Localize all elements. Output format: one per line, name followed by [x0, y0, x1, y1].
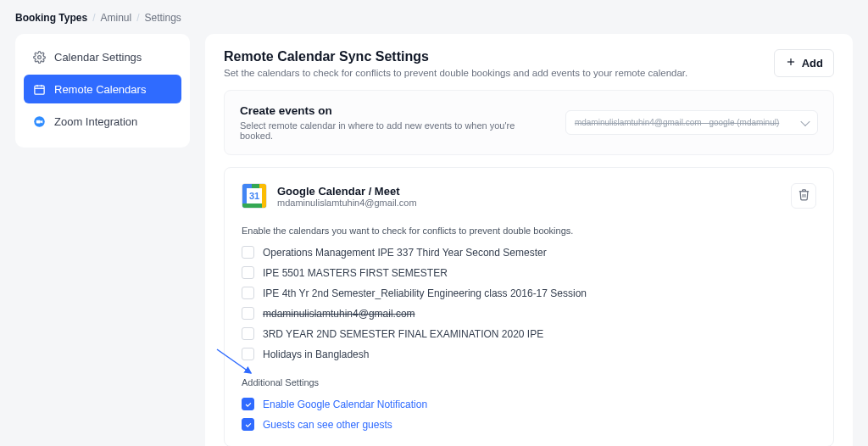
checkbox-icon — [242, 287, 254, 299]
checkbox-checked-icon — [242, 398, 254, 410]
checkbox-checked-icon — [242, 418, 254, 431]
breadcrumb-booking-types[interactable]: Booking Types — [15, 12, 87, 24]
sidebar-item-calendar-settings[interactable]: Calendar Settings — [24, 42, 181, 71]
sidebar-item-zoom-integration[interactable]: Zoom Integration — [24, 107, 181, 136]
calendar-checkbox-row[interactable]: IPE 5501 MASTERS FIRST SEMESTER — [242, 266, 816, 279]
google-calendar-icon — [242, 183, 267, 209]
breadcrumb: Booking Types / Aminul / Settings — [15, 12, 853, 24]
zoom-icon — [32, 114, 46, 128]
gear-icon — [32, 50, 46, 64]
svg-point-0 — [37, 55, 41, 59]
trash-icon — [798, 188, 810, 203]
checkbox-icon — [242, 246, 254, 259]
calendar-checkbox-row[interactable]: 3RD YEAR 2ND SEMESTER FINAL EXAMINATION … — [242, 327, 816, 340]
page-subtitle: Set the calendars to check for conflicts… — [224, 68, 687, 78]
calendar-checkbox-list: Operations Management IPE 337 Third Year… — [242, 246, 816, 360]
page-title: Remote Calendar Sync Settings — [224, 49, 687, 64]
breadcrumb-settings: Settings — [145, 12, 181, 24]
sidebar-item-label: Zoom Integration — [54, 115, 137, 128]
main-panel: Remote Calendar Sync Settings Set the ca… — [205, 34, 853, 446]
calendar-account-panel: Google Calendar / Meet mdaminulislamtuhi… — [224, 167, 834, 446]
checkbox-icon — [242, 266, 254, 279]
calendar-icon — [32, 82, 46, 96]
account-email: mdaminulislamtuhin4@gmail.com — [277, 198, 417, 208]
conflict-helper-text: Enable the calendars you want to check f… — [242, 226, 816, 236]
breadcrumb-aminul[interactable]: Aminul — [100, 12, 131, 24]
additional-settings-heading: Additional Settings — [242, 377, 816, 387]
checkbox-icon — [242, 327, 254, 340]
checkbox-icon — [242, 307, 254, 320]
delete-account-button[interactable] — [791, 183, 816, 209]
create-events-subtitle: Select remote calendar in where to add n… — [240, 120, 548, 141]
svg-rect-1 — [34, 86, 43, 94]
toggle-google-cal-notification[interactable]: Enable Google Calendar Notification — [242, 398, 816, 410]
sidebar-item-label: Calendar Settings — [54, 51, 142, 64]
sidebar-item-remote-calendars[interactable]: Remote Calendars — [24, 75, 181, 103]
calendar-checkbox-row[interactable]: IPE 4th Yr 2nd Semester_Reliability Engi… — [242, 287, 816, 299]
svg-rect-6 — [36, 120, 40, 123]
calendar-checkbox-row[interactable]: Operations Management IPE 337 Third Year… — [242, 246, 816, 259]
create-events-select[interactable]: mdaminulislamtuhin4@gmail.com - google (… — [565, 110, 818, 135]
checkbox-icon — [242, 348, 254, 360]
calendar-checkbox-row[interactable]: Holidays in Bangladesh — [242, 348, 816, 360]
toggle-guests-see-guests[interactable]: Guests can see other guests — [242, 418, 816, 431]
settings-sidebar: Calendar Settings Remote Calendars Zoom … — [15, 34, 190, 148]
sidebar-item-label: Remote Calendars — [54, 83, 146, 96]
create-events-panel: Create events on Select remote calendar … — [224, 90, 834, 155]
plus-icon — [785, 56, 797, 70]
account-title: Google Calendar / Meet — [277, 185, 417, 198]
calendar-checkbox-row[interactable]: mdaminulislamtuhin4@gmail.com — [242, 307, 816, 320]
add-button[interactable]: Add — [774, 49, 834, 77]
create-events-title: Create events on — [240, 104, 548, 117]
